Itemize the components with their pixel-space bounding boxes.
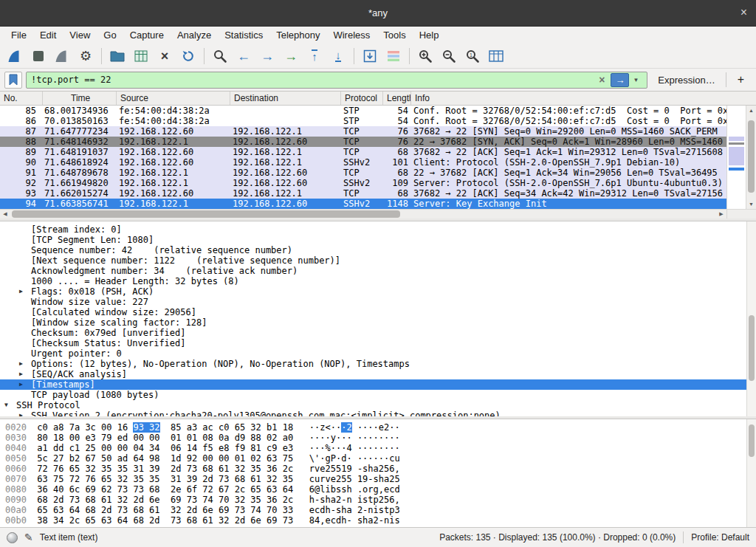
expression-button[interactable]: Expression… — [651, 75, 721, 86]
detail-row[interactable]: [Calculated window size: 29056] — [0, 307, 756, 317]
scroll-right-icon[interactable]: ▶ — [716, 211, 726, 217]
reload-button[interactable] — [176, 46, 200, 66]
title-bar[interactable]: *any × — [0, 0, 756, 27]
packet-row[interactable]: 8771.647777234192.168.122.60192.168.122.… — [0, 126, 756, 137]
packet-row[interactable]: 9371.662015274192.168.122.60192.168.122.… — [0, 188, 756, 199]
menu-telephony[interactable]: Telephony — [269, 27, 326, 43]
hex-row[interactable]: 0060 72 76 65 32 35 35 31 39 2d 73 68 61… — [0, 464, 756, 474]
find-packet-button[interactable] — [208, 46, 232, 66]
capture-restart-button[interactable] — [50, 46, 74, 66]
expander-icon[interactable]: ▶ — [19, 286, 31, 297]
detail-row[interactable]: ▶[Timestamps] — [0, 379, 756, 390]
detail-row[interactable]: [Stream index: 0] — [0, 224, 756, 235]
hex-row[interactable]: 0040 a1 dd c1 25 00 00 04 34 06 14 f5 e8… — [0, 443, 756, 453]
capture-stop-button[interactable] — [27, 46, 50, 66]
detail-row[interactable]: 1000 .... = Header Length: 32 bytes (8) — [0, 276, 756, 286]
packet-row[interactable]: 8568.001734936fe:54:00:d4:38:2aSTP54Conf… — [0, 106, 756, 116]
capture-start-button[interactable] — [3, 46, 27, 66]
hex-row[interactable]: 00b0 38 34 2c 65 63 64 68 2d 73 68 61 32… — [0, 515, 756, 526]
detail-row[interactable]: ▶[SEQ/ACK analysis] — [0, 369, 756, 379]
menu-edit[interactable]: Edit — [33, 27, 63, 43]
resize-columns-button[interactable] — [484, 46, 508, 66]
hex-row[interactable]: 0050 5c 27 b2 67 50 ad 64 98 1d 92 00 00… — [0, 453, 756, 464]
go-to-packet-button[interactable]: → — [279, 46, 303, 66]
detail-row[interactable]: ▼SSH Protocol — [0, 400, 756, 410]
expander-icon[interactable]: ▶ — [19, 410, 31, 416]
menu-capture[interactable]: Capture — [123, 27, 171, 43]
menu-wireless[interactable]: Wireless — [326, 27, 377, 43]
detail-row[interactable]: [Checksum Status: Unverified] — [0, 338, 756, 348]
detail-row[interactable]: Urgent pointer: 0 — [0, 348, 756, 359]
profile-button[interactable]: Profile: Default — [691, 532, 749, 543]
detail-row[interactable]: [Window size scaling factor: 128] — [0, 317, 756, 328]
detail-row[interactable]: [TCP Segment Len: 1080] — [0, 235, 756, 245]
packet-row[interactable]: 9271.661949820192.168.122.1192.168.122.6… — [0, 178, 756, 188]
filter-apply-button[interactable]: → — [611, 73, 629, 87]
zoom-in-button[interactable] — [413, 46, 437, 66]
detail-row[interactable]: Window size value: 227 — [0, 297, 756, 307]
packet-row[interactable]: 8871.648146932192.168.122.1192.168.122.6… — [0, 137, 756, 147]
packet-row[interactable]: 8670.013850163fe:54:00:d4:38:2aSTP54Conf… — [0, 116, 756, 126]
go-first-button[interactable]: ↑ — [303, 46, 326, 66]
menu-help[interactable]: Help — [413, 27, 446, 43]
hex-row[interactable]: 0080 36 40 6c 69 62 73 73 68 2e 6f 72 67… — [0, 484, 756, 495]
detail-row[interactable]: ▶Flags: 0x018 (PSH, ACK) — [0, 286, 756, 297]
packet-row[interactable]: 9171.648789678192.168.122.1192.168.122.6… — [0, 168, 756, 178]
hex-row[interactable]: 0090 68 2d 73 68 61 32 2d 6e 69 73 74 70… — [0, 495, 756, 505]
scroll-up-icon[interactable]: ▲ — [746, 106, 756, 115]
expander-icon[interactable]: ▶ — [19, 359, 31, 369]
packet-row[interactable]: 8971.648191037192.168.122.60192.168.122.… — [0, 147, 756, 157]
filter-clear-icon[interactable]: × — [595, 74, 608, 86]
details-vscrollbar[interactable] — [746, 221, 756, 416]
go-last-button[interactable]: ↓ — [326, 46, 350, 66]
detail-row[interactable]: TCP payload (1080 bytes) — [0, 390, 756, 400]
capture-comment-icon[interactable]: ✎ — [24, 531, 33, 543]
packet-row[interactable]: 9471.663856741192.168.122.1192.168.122.6… — [0, 199, 756, 209]
colorize-button[interactable] — [382, 46, 405, 66]
packet-list-hscrollbar[interactable]: ◀ ▶ — [0, 209, 756, 219]
vscroll-track[interactable] — [746, 115, 756, 199]
column-header-info[interactable]: Info — [411, 92, 756, 105]
detail-row[interactable]: ▶SSH Version 2 (encryption:chacha20-poly… — [0, 410, 756, 416]
menu-go[interactable]: Go — [97, 27, 123, 43]
zoom-out-button[interactable] — [437, 46, 461, 66]
packet-list-minimap[interactable] — [726, 106, 746, 209]
column-header-destination[interactable]: Destination — [230, 92, 341, 105]
detail-row[interactable]: Sequence number: 42 (relative sequence n… — [0, 245, 756, 255]
hex-row[interactable]: 0030 80 18 00 e3 79 ed 00 00 01 01 08 0a… — [0, 433, 756, 443]
file-open-button[interactable] — [106, 46, 129, 66]
menu-tools[interactable]: Tools — [377, 27, 412, 43]
detail-row[interactable]: ▶Options: (12 bytes), No-Operation (NOP)… — [0, 359, 756, 369]
column-header-no[interactable]: No. — [0, 92, 43, 105]
close-icon[interactable]: × — [740, 6, 747, 19]
hex-row[interactable]: 00a0 65 63 64 68 2d 73 68 61 32 2d 6e 69… — [0, 505, 756, 515]
detail-row[interactable]: [Next sequence number: 1122 (relative se… — [0, 255, 756, 266]
zoom-reset-button[interactable]: 1 — [461, 46, 484, 66]
filter-bookmark-button[interactable] — [4, 72, 22, 89]
expander-icon[interactable]: ▶ — [19, 369, 31, 379]
menu-statistics[interactable]: Statistics — [218, 27, 269, 43]
menu-view[interactable]: View — [63, 27, 97, 43]
menu-file[interactable]: File — [4, 27, 33, 43]
column-header-protocol[interactable]: Protocol — [341, 92, 383, 105]
detail-row[interactable]: Acknowledgment number: 34 (relative ack … — [0, 266, 756, 276]
auto-scroll-button[interactable] — [358, 46, 382, 66]
hex-vscrollbar[interactable] — [746, 419, 756, 527]
go-forward-button[interactable]: → — [255, 46, 279, 66]
expander-icon[interactable]: ▶ — [19, 379, 31, 390]
column-header-time[interactable]: Time — [43, 92, 117, 105]
hex-vscroll-thumb[interactable] — [749, 424, 755, 457]
hscroll-thumb[interactable] — [12, 210, 400, 218]
add-filter-button[interactable]: + — [730, 73, 752, 86]
column-header-length[interactable]: Length — [383, 92, 411, 105]
expander-icon[interactable]: ▼ — [4, 400, 16, 410]
file-close-button[interactable]: × — [153, 46, 176, 66]
packet-list-vscrollbar[interactable]: ▲ ▼ — [746, 106, 756, 209]
capture-options-button[interactable]: ⚙ — [74, 46, 97, 66]
go-back-button[interactable]: ← — [232, 46, 255, 66]
hex-row[interactable]: 0020 c0 a8 7a 3c 00 16 93 32 85 a3 ac c0… — [0, 422, 756, 433]
scroll-left-icon[interactable]: ◀ — [0, 211, 10, 217]
hscroll-track[interactable] — [10, 210, 716, 219]
packet-row[interactable]: 9071.648618924192.168.122.60192.168.122.… — [0, 157, 756, 168]
column-header-source[interactable]: Source — [117, 92, 230, 105]
